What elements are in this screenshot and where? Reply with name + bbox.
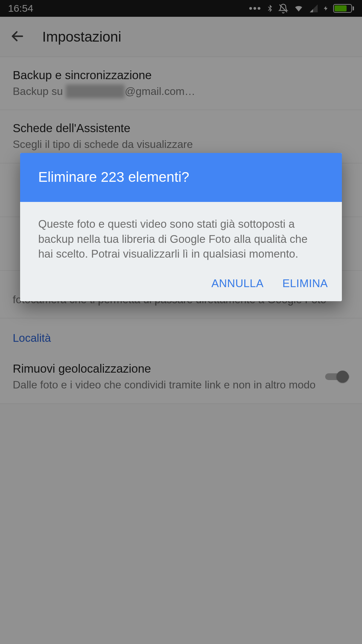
cancel-button[interactable]: ANNULLA xyxy=(212,277,264,290)
delete-button[interactable]: ELIMINA xyxy=(282,277,328,290)
dialog-actions: ANNULLA ELIMINA xyxy=(20,268,342,301)
dialog-title: Eliminare 223 elementi? xyxy=(20,153,342,202)
confirm-delete-dialog: Eliminare 223 elementi? Queste foto e qu… xyxy=(20,153,342,301)
screen: 16:54 ••• Impostazioni Backup e sincroni… xyxy=(0,0,362,644)
dialog-scrim[interactable] xyxy=(0,0,362,644)
dialog-body-text: Queste foto e questi video sono stati gi… xyxy=(20,202,342,268)
